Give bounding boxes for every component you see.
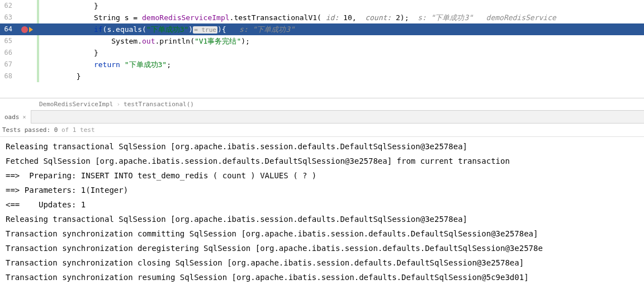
token-kw: if	[94, 25, 103, 34]
gutter-icons[interactable]	[17, 59, 37, 70]
line-content[interactable]: return "下单成功3";	[39, 59, 644, 70]
test-status-bar: Tests passed: 0 of 1 test	[0, 124, 644, 137]
line-number[interactable]: 67	[0, 59, 17, 70]
console-line[interactable]: <== Updates: 1	[6, 197, 638, 212]
gutter-icons[interactable]	[17, 12, 37, 23]
code-line[interactable]: 65 System.out.println("V1事务完结");	[0, 35, 644, 47]
console-line[interactable]: ==> Preparing: INSERT INTO test_demo_red…	[6, 168, 638, 183]
breadcrumb-separator: ›	[116, 101, 120, 108]
close-icon[interactable]: ×	[23, 114, 26, 120]
token-plain: .println(	[155, 37, 195, 45]
token-hint: id:	[326, 13, 343, 22]
console-line[interactable]: Transaction synchronization resuming Sql…	[6, 270, 638, 285]
token-plain: }	[94, 49, 98, 57]
console-line[interactable]: Transaction synchronization deregisterin…	[6, 241, 638, 255]
gutter-icons[interactable]	[17, 35, 37, 47]
token-plain: 2);	[396, 13, 418, 22]
token-str: "下单成功3"	[125, 60, 167, 69]
token-plain: }	[77, 72, 81, 80]
gutter-icons[interactable]	[17, 23, 37, 35]
execution-point-icon	[29, 27, 33, 32]
line-number[interactable]: 66	[0, 47, 17, 59]
token-plain: System.	[111, 37, 142, 45]
code-editor[interactable]: 62 }63 String s = demoRedisServiceImpl.t…	[0, 0, 644, 98]
console-line[interactable]: Releasing transactional SqlSession [org.…	[6, 139, 638, 154]
token-comment: s: "下单成功3"	[239, 25, 295, 34]
console-line[interactable]: Releasing transactional SqlSession [org.…	[6, 212, 638, 226]
line-content[interactable]: }	[39, 47, 644, 59]
token-plain: String s =	[94, 13, 142, 22]
line-content[interactable]: System.out.println("V1事务完结");	[39, 35, 644, 47]
token-plain: ;	[167, 60, 171, 69]
tests-passed-label: Tests passed:	[2, 126, 50, 134]
code-line[interactable]: 62 }	[0, 0, 644, 12]
line-number[interactable]: 68	[0, 70, 17, 82]
token-field: demoRedisServiceImpl	[142, 13, 230, 22]
token-kw: return	[94, 60, 125, 69]
line-content[interactable]: }	[39, 70, 644, 82]
line-content[interactable]: if(s.equals("下单成功3")= true){ s: "下单成功3"	[39, 23, 644, 35]
line-number[interactable]: 62	[0, 0, 17, 12]
line-number[interactable]: 65	[0, 35, 17, 47]
tests-total: of 1 test	[61, 126, 95, 134]
token-plain: );	[241, 37, 250, 45]
line-content[interactable]: String s = demoRedisServiceImpl.testTran…	[39, 12, 644, 23]
console-line[interactable]: Fetched SqlSession [org.apache.ibatis.se…	[6, 154, 638, 168]
breadcrumb-method[interactable]: testTransactional()	[124, 101, 194, 108]
token-hint: count:	[365, 13, 396, 22]
breakpoint-icon[interactable]	[21, 26, 28, 33]
token-str: "下单成功3"	[146, 25, 188, 34]
token-plain: )	[188, 25, 193, 34]
console-line[interactable]: Transaction synchronization closing SqlS…	[6, 255, 638, 270]
token-comment: s: "下单成功3" demoRedisService	[418, 13, 556, 22]
gutter-icons[interactable]	[17, 70, 37, 82]
breadcrumb-class[interactable]: DemoRedisServiceImpl	[39, 101, 113, 108]
tab-threads[interactable]: oads ×	[0, 110, 31, 124]
console-tabs: oads ×	[0, 110, 644, 124]
token-plain: .testTransactionalV1(	[230, 13, 326, 22]
tab-label: oads	[4, 113, 20, 121]
line-number[interactable]: 64	[0, 23, 17, 35]
token-plain: ){	[217, 25, 239, 34]
line-content[interactable]: }	[39, 0, 644, 12]
token-plain: 10,	[343, 13, 365, 22]
token-plain: (s.equals(	[103, 25, 146, 34]
token-field: out	[142, 37, 155, 45]
line-number[interactable]: 63	[0, 12, 17, 23]
console-line[interactable]: Transaction synchronization committing S…	[6, 226, 638, 241]
token-inline-hint: = true	[193, 26, 217, 34]
breadcrumb: DemoRedisServiceImpl › testTransactional…	[0, 98, 644, 110]
gutter-icons[interactable]	[17, 0, 37, 12]
code-line[interactable]: 67 return "下单成功3";	[0, 59, 644, 70]
code-line[interactable]: 66 }	[0, 47, 644, 59]
code-line[interactable]: 64 if(s.equals("下单成功3")= true){ s: "下单成功…	[0, 23, 644, 35]
code-line[interactable]: 63 String s = demoRedisServiceImpl.testT…	[0, 12, 644, 23]
console-line[interactable]: ==> Parameters: 1(Integer)	[6, 183, 638, 197]
console-output[interactable]: Releasing transactional SqlSession [org.…	[0, 137, 644, 308]
gutter-icons[interactable]	[17, 47, 37, 59]
token-str: "V1事务完结"	[195, 37, 241, 45]
code-line[interactable]: 68 }	[0, 70, 644, 82]
tests-passed-count: 0	[54, 126, 58, 134]
token-plain: }	[94, 2, 98, 10]
